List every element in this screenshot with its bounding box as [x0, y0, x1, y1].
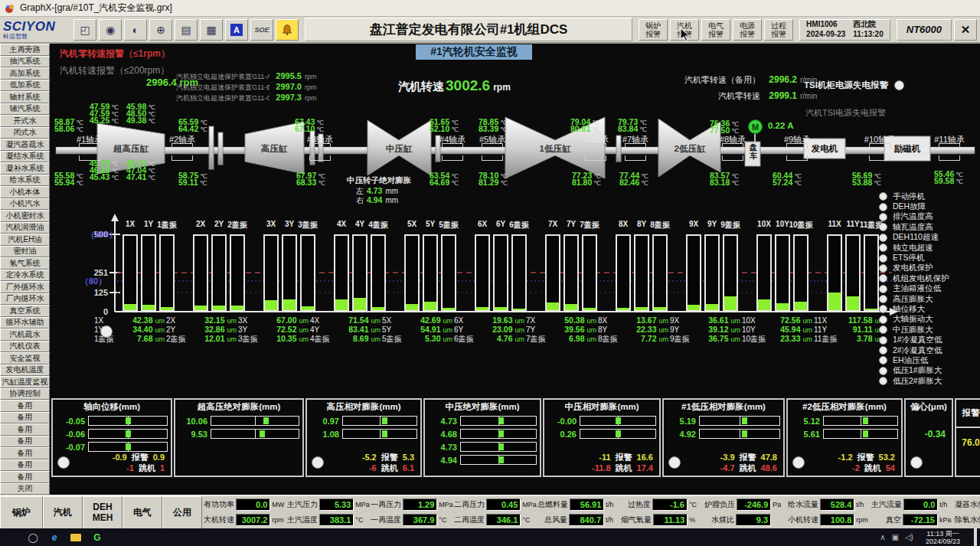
sidebar-item-13[interactable]: 小机本体 — [0, 186, 50, 198]
sidebar-item-1[interactable]: 主再旁路 — [0, 44, 50, 56]
temp-row: 65.59℃ — [178, 117, 207, 124]
sidebar-item-26[interactable]: 汽机仪表 — [0, 341, 50, 353]
vibration-bar-fill — [142, 305, 155, 310]
sidebar-item-15[interactable]: 小机密封水 — [0, 210, 50, 222]
sidebar-item-2[interactable]: 抽汽系统 — [0, 56, 50, 68]
palette-icon-button[interactable]: ◉ — [99, 19, 122, 41]
temp-row: 67.10℃ — [295, 124, 324, 131]
notes-icon-button[interactable]: ▤ — [175, 19, 198, 41]
bottom-tab-3[interactable]: DEH MEH — [83, 496, 122, 530]
ip-expansion-side: 右 — [356, 196, 364, 204]
vibration-bar — [845, 234, 861, 312]
night-icon-button[interactable]: ◐ — [124, 19, 147, 41]
tray-volume-icon[interactable]: ◁) — [905, 533, 913, 541]
file-explorer-icon[interactable] — [65, 528, 87, 546]
bottom-tab-2[interactable]: 汽机 — [43, 496, 83, 530]
search-icon[interactable]: ◯ — [22, 528, 44, 546]
sidebar-item-28[interactable]: 发电机温度 — [0, 365, 50, 377]
sidebar-item-27[interactable]: 安全监视 — [0, 352, 50, 365]
alarm-page-button-1[interactable]: 锅炉 报警 — [639, 19, 668, 41]
wheel-icon-button[interactable]: ⊕ — [149, 19, 172, 41]
sidebar-item-32[interactable]: 备用 — [0, 412, 50, 424]
sidebar-item-8[interactable]: 闭式水 — [0, 127, 50, 139]
vibration-point-label: 10X — [742, 316, 765, 325]
alarm-page-button-5[interactable]: 过程 报警 — [764, 19, 793, 41]
notes-icon: ▤ — [181, 24, 191, 36]
bearing-bracket-top — [625, 143, 646, 149]
close-icon[interactable]: ✕ — [954, 19, 977, 41]
sidebar-item-4[interactable]: 低加系统 — [0, 80, 50, 92]
sidebar-item-35[interactable]: 备用 — [0, 447, 50, 459]
bar-label: 6盖振 — [509, 220, 529, 230]
start-button[interactable] — [0, 528, 22, 546]
sidebar-item-30[interactable]: 协调控制 — [0, 388, 50, 401]
cards-icon-button[interactable]: ▦ — [200, 19, 223, 41]
sidebar-item-14[interactable]: 小机汽水 — [0, 198, 50, 211]
logo-subtext: 科远智慧 — [3, 34, 70, 40]
sidebar-item-11[interactable]: 凝补水系统 — [0, 162, 50, 175]
sidebar-item-37[interactable]: 备用 — [0, 471, 50, 483]
sidebar-item-7[interactable]: 开式水 — [0, 115, 50, 127]
sidebar-item-24[interactable]: 循环水辅助 — [0, 317, 50, 329]
sidebar-item-33[interactable]: 备用 — [0, 423, 50, 436]
vibration-point-label: 3X — [238, 316, 261, 325]
window-titlebar: GraphX-[gra/#10T_汽机安全监视.grx] — [0, 0, 980, 17]
alarm-bell-icon-button[interactable] — [276, 19, 299, 41]
sidebar-item-5[interactable]: 轴封系统 — [0, 91, 50, 103]
sidebar-item-12[interactable]: 给水系统 — [0, 175, 50, 187]
temp-row: 80.81℃ — [570, 124, 599, 131]
hmi-id: HMI1006 — [806, 20, 845, 30]
soe-icon-button[interactable]: SOE — [250, 19, 273, 41]
taskbar-clock[interactable]: 11:13 周一 2024/09/23 — [920, 530, 966, 545]
sidebar-item-31[interactable]: 备用 — [0, 400, 50, 412]
sidebar-item-6[interactable]: 辅汽系统 — [0, 103, 50, 116]
alarm-indicator-dot — [879, 295, 887, 303]
show-desktop-button[interactable] — [974, 528, 977, 546]
gauge-marker — [498, 430, 504, 437]
temp-row: 48.50℃ — [126, 109, 155, 116]
sidebar-item-10[interactable]: 凝结水系统 — [0, 151, 50, 163]
bar-label: 1盖振 — [157, 220, 177, 230]
sidebar-item-17[interactable]: 汽机EH油 — [0, 234, 50, 246]
alarm-page-button-3[interactable]: 电气 报警 — [701, 19, 730, 41]
sidebar-item-18[interactable]: 密封油 — [0, 246, 50, 258]
bottom-tab-5[interactable]: 公用 — [162, 496, 202, 530]
temp-unit: ℃ — [639, 126, 647, 133]
sidebar-item-29[interactable]: 汽缸温度监视 — [0, 376, 50, 388]
sidebar-item-3[interactable]: 高加系统 — [0, 67, 50, 80]
pages-icon-button[interactable]: ◰ — [74, 19, 96, 41]
protection-alarm-label: 独立电超速 — [893, 243, 933, 253]
overspeed-row-2: 汽机独立电超速保护装置G11-B转速2997.0rpm — [176, 82, 317, 93]
sidebar-item-16[interactable]: 汽机润滑油 — [0, 222, 50, 234]
tray-chevron-icon[interactable]: ∧ — [880, 533, 885, 541]
sidebar-item-20[interactable]: 定冷水系统 — [0, 270, 50, 282]
y-tick-secondary: （80） — [80, 276, 106, 287]
sidebar-item-22[interactable]: 厂内循环水 — [0, 293, 50, 306]
browser-icon[interactable]: e — [44, 528, 65, 546]
bottom-tab-1[interactable]: 锅炉 — [0, 496, 43, 530]
alarm-page-button-4[interactable]: 电源 报警 — [733, 19, 762, 41]
alarm-page-button-2[interactable]: 汽机 报警 — [670, 19, 699, 41]
bearing-temps-bottom-8: 77.23℃81.80℃ — [572, 171, 601, 185]
vibration-bar-fill — [372, 307, 384, 310]
sidebar-item-25[interactable]: 汽机疏水 — [0, 329, 50, 341]
sidebar-item-23[interactable]: 真空系统 — [0, 305, 50, 317]
trip-high: 54 — [886, 463, 895, 472]
sidebar-item-9[interactable]: 凝汽器疏水 — [0, 139, 50, 151]
graphx-taskbar-icon[interactable]: G — [87, 528, 108, 546]
palette-icon: ◉ — [106, 24, 115, 36]
gauge-midline — [740, 417, 740, 425]
tray-network-icon[interactable]: ▣ — [891, 533, 898, 541]
sidebar-item-19[interactable]: 氢气系统 — [0, 257, 50, 270]
gauge-marker — [616, 430, 621, 437]
zero-speed-readouts: 汽机零转速（备用）2996.2r/min汽机零转速2999.1r/min — [633, 74, 826, 106]
sidebar-item-34[interactable]: 备用 — [0, 436, 50, 448]
telemetry-unit: MPa — [522, 501, 537, 508]
sidebar-item-38[interactable]: 关闭 — [0, 483, 50, 495]
vibration-unit: um — [227, 335, 237, 343]
sidebar-item-36[interactable]: 备用 — [0, 459, 50, 472]
font-icon-button[interactable]: A — [225, 19, 248, 41]
bottom-tab-4[interactable]: 电气 — [122, 496, 162, 530]
temp-row: 79.73℃ — [618, 117, 647, 124]
sidebar-item-21[interactable]: 厂外循环水 — [0, 281, 50, 293]
